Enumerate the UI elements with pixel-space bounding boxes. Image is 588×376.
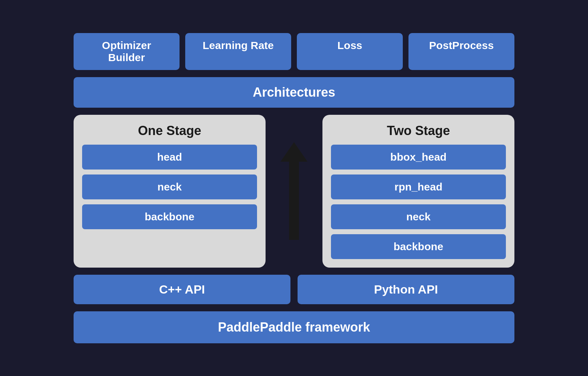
two-stage-backbone[interactable]: backbone bbox=[331, 234, 506, 259]
api-row: C++ API Python API bbox=[74, 275, 514, 304]
optimizer-builder-button[interactable]: Optimizer Builder bbox=[74, 33, 180, 70]
postprocess-button[interactable]: PostProcess bbox=[408, 33, 514, 70]
one-stage-neck[interactable]: neck bbox=[82, 174, 257, 199]
top-buttons-row: Optimizer Builder Learning Rate Loss Pos… bbox=[74, 33, 514, 70]
arrow-container bbox=[273, 115, 315, 268]
paddle-banner: PaddlePaddle framework bbox=[74, 311, 514, 343]
one-stage-head[interactable]: head bbox=[82, 145, 257, 170]
two-stage-bbox-head[interactable]: bbox_head bbox=[331, 145, 506, 170]
two-stage-rpn-head[interactable]: rpn_head bbox=[331, 174, 506, 199]
learning-rate-button[interactable]: Learning Rate bbox=[185, 33, 291, 70]
architectures-banner: Architectures bbox=[74, 77, 514, 108]
diagram-container: Optimizer Builder Learning Rate Loss Pos… bbox=[63, 22, 525, 354]
python-api-button[interactable]: Python API bbox=[298, 275, 514, 304]
two-stage-neck[interactable]: neck bbox=[331, 204, 506, 229]
arrow-head-icon bbox=[280, 142, 308, 162]
two-stage-title: Two Stage bbox=[331, 123, 506, 138]
one-stage-backbone[interactable]: backbone bbox=[82, 204, 257, 229]
middle-section: One Stage head neck backbone Two Stage b… bbox=[74, 115, 514, 268]
arrow-body bbox=[289, 162, 299, 240]
arrow-up bbox=[280, 142, 308, 240]
loss-button[interactable]: Loss bbox=[297, 33, 403, 70]
one-stage-items: head neck backbone bbox=[82, 145, 257, 229]
one-stage-box: One Stage head neck backbone bbox=[74, 115, 266, 268]
two-stage-items: bbox_head rpn_head neck backbone bbox=[331, 145, 506, 259]
one-stage-title: One Stage bbox=[82, 123, 257, 138]
cpp-api-button[interactable]: C++ API bbox=[74, 275, 290, 304]
two-stage-box: Two Stage bbox_head rpn_head neck backbo… bbox=[322, 115, 514, 268]
